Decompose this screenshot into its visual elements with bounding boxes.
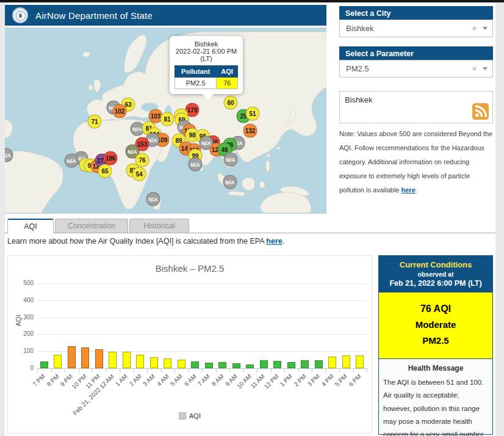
aqi-bar[interactable] bbox=[54, 355, 62, 368]
x-tick bbox=[134, 369, 134, 372]
aqi-bar[interactable] bbox=[301, 360, 309, 368]
map-marker[interactable]: 81 bbox=[160, 112, 175, 126]
map-marker-layer: N/A63N/A1027110381N/A81124109N/A89153N/A… bbox=[5, 27, 326, 214]
aqi-bar[interactable] bbox=[40, 362, 48, 368]
learn-more-text: Learn more about how the Air Quality Ind… bbox=[7, 237, 373, 245]
map-marker[interactable]: 132 bbox=[243, 124, 257, 138]
popup-col-pollutant: Pollutant bbox=[175, 66, 217, 78]
popup-city: Bishkek bbox=[173, 40, 240, 48]
observed-at-label: observed at bbox=[381, 271, 490, 278]
city-select[interactable]: Bishkek × bbox=[339, 20, 493, 37]
aqi-bar[interactable] bbox=[356, 355, 364, 368]
feed-city-label: Bishkek bbox=[345, 95, 373, 104]
current-conditions-panel: Current Conditions observed at Feb 21, 2… bbox=[378, 255, 493, 435]
note-here-link[interactable]: here bbox=[401, 186, 416, 194]
aqi-chart-panel: Bishkek – PM2.5 AQI 01002003004005007 PM… bbox=[7, 255, 372, 434]
aqi-value: 76 AQI bbox=[381, 301, 490, 317]
y-tick-label: 0 bbox=[8, 365, 34, 371]
x-tick bbox=[106, 369, 107, 372]
map-marker[interactable]: N/A bbox=[5, 148, 13, 162]
aqi-bar[interactable] bbox=[136, 355, 144, 368]
gridline bbox=[37, 300, 367, 301]
x-tick bbox=[65, 369, 65, 372]
x-tick bbox=[257, 369, 257, 372]
city-caret-down-icon[interactable] bbox=[483, 27, 488, 30]
rss-icon[interactable] bbox=[472, 103, 489, 120]
aqi-bar[interactable] bbox=[150, 357, 158, 368]
popup-pollutant-value: PM2.5 bbox=[175, 78, 217, 89]
y-tick-label: 400 bbox=[8, 297, 34, 303]
aqi-bar[interactable] bbox=[205, 363, 213, 368]
current-conditions-header: Current Conditions observed at Feb 21, 2… bbox=[379, 256, 492, 292]
x-tick bbox=[202, 369, 203, 372]
aqi-bar[interactable] bbox=[328, 357, 336, 368]
aqi-bar[interactable] bbox=[178, 360, 185, 368]
x-tick bbox=[120, 369, 120, 372]
parameter-clear-icon[interactable]: × bbox=[472, 64, 477, 73]
tab-aqi[interactable]: AQI bbox=[7, 219, 54, 233]
city-clear-icon[interactable]: × bbox=[472, 24, 477, 33]
parameter-caret-down-icon[interactable] bbox=[483, 67, 488, 70]
aqi-bar[interactable] bbox=[246, 365, 254, 368]
current-conditions-title: Current Conditions bbox=[381, 260, 490, 269]
map-marker[interactable]: 54 bbox=[132, 167, 146, 181]
aqi-bar[interactable] bbox=[95, 349, 103, 368]
aqi-bar[interactable] bbox=[232, 363, 240, 368]
aqi-bar[interactable] bbox=[218, 362, 226, 368]
world-aqi-map[interactable]: N/A63N/A1027110381N/A81124109N/A89153N/A… bbox=[5, 27, 326, 214]
gridline bbox=[37, 283, 367, 284]
x-tick bbox=[37, 369, 38, 372]
x-tick bbox=[147, 369, 148, 372]
aqi-bar[interactable] bbox=[315, 360, 323, 368]
gridline bbox=[37, 334, 367, 335]
map-marker[interactable]: 60 bbox=[224, 96, 238, 110]
parameter-select-value: PM2.5 bbox=[346, 64, 472, 73]
aqi-bar[interactable] bbox=[68, 346, 76, 368]
map-marker[interactable]: 71 bbox=[88, 115, 102, 129]
map-marker[interactable]: 51 bbox=[246, 107, 260, 121]
legend-label: AQI bbox=[189, 412, 201, 420]
map-marker[interactable]: N/A bbox=[223, 175, 237, 189]
map-marker[interactable]: 186 bbox=[104, 151, 118, 165]
parameter-select[interactable]: PM2.5 × bbox=[339, 60, 493, 78]
legend-swatch bbox=[179, 412, 186, 420]
aqi-bar[interactable] bbox=[342, 355, 350, 368]
select-parameter-header: Select a Parameter bbox=[339, 46, 493, 60]
map-marker[interactable]: N/A bbox=[224, 153, 238, 167]
aqi-bar[interactable] bbox=[191, 362, 199, 368]
note-text-body: Note: Values above 500 are considered Be… bbox=[339, 130, 492, 194]
aqi-bar[interactable] bbox=[260, 360, 268, 368]
page-title: AirNow Department of State bbox=[35, 10, 153, 21]
popup-table: Pollutant AQI PM2.5 76 bbox=[175, 65, 238, 89]
x-tick bbox=[229, 369, 230, 372]
x-tick bbox=[271, 369, 272, 372]
chart-legend[interactable]: AQI bbox=[8, 412, 372, 420]
x-tick bbox=[353, 369, 354, 372]
health-message-title: Health Message bbox=[379, 359, 492, 376]
department-of-state-seal-logo bbox=[12, 7, 28, 23]
aqi-bar[interactable] bbox=[109, 352, 117, 368]
x-tick bbox=[339, 369, 340, 372]
map-marker[interactable]: N/A bbox=[146, 192, 160, 206]
map-popup: Bishkek 2022-02-21 6:00 PM (LT) Pollutan… bbox=[170, 36, 243, 94]
map-marker[interactable]: N/A bbox=[65, 154, 79, 168]
page: AirNow Department of State bbox=[0, 0, 504, 436]
x-tick bbox=[326, 369, 326, 372]
learn-more-here-link[interactable]: here bbox=[266, 237, 282, 245]
tab-historical[interactable]: Historical bbox=[129, 219, 189, 233]
map-marker[interactable]: 102 bbox=[113, 104, 127, 118]
aqi-bar[interactable] bbox=[123, 352, 131, 368]
app-header: AirNow Department of State bbox=[5, 5, 326, 26]
y-tick-label: 200 bbox=[8, 330, 34, 337]
popup-aqi-value: 76 bbox=[217, 78, 238, 89]
aqi-bar[interactable] bbox=[81, 347, 89, 368]
aqi-bar[interactable] bbox=[273, 361, 281, 368]
x-tick bbox=[189, 369, 189, 372]
tab-concentration[interactable]: Concentration bbox=[55, 219, 128, 233]
aqi-bar[interactable] bbox=[164, 358, 171, 368]
y-tick-label: 100 bbox=[8, 347, 34, 354]
map-marker[interactable]: N/A bbox=[189, 158, 203, 172]
aqi-bar[interactable] bbox=[287, 362, 295, 368]
map-marker[interactable]: 65 bbox=[98, 164, 112, 178]
select-city-header: Select a City bbox=[339, 6, 493, 20]
